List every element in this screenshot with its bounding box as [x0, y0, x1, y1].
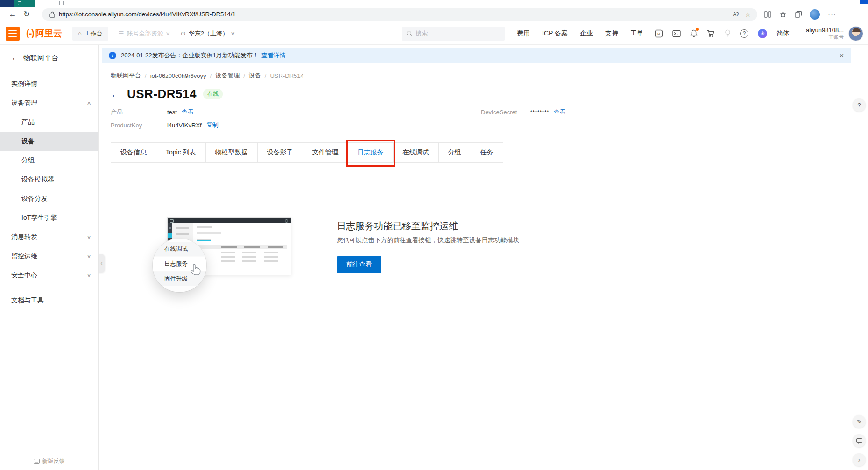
tab-device-shadow[interactable]: 设备影子	[258, 143, 303, 162]
page-back-arrow[interactable]: ←	[111, 89, 120, 99]
moved-notice-desc: 您也可以点击下方的前往查看按钮，快速跳转至设备日志功能模块	[337, 236, 520, 245]
sidebar-item-iot-twin-engine[interactable]: IoT孪生引擎	[0, 208, 98, 227]
breadcrumb: 物联网平台/ iot-06z00c0h9r6voyy/ 设备管理/ 设备/ US…	[111, 71, 868, 80]
browser-refresh-icon[interactable]: ↻	[20, 9, 34, 19]
sidebar-item-device-management[interactable]: 设备管理∧	[0, 93, 98, 112]
productkey-copy-link[interactable]: 复制	[206, 121, 219, 129]
breadcrumb-item[interactable]: 物联网平台	[111, 71, 141, 80]
split-screen-icon[interactable]	[764, 11, 771, 18]
browser-back-icon[interactable]: ←	[6, 10, 20, 19]
user-avatar[interactable]	[848, 26, 863, 41]
tab-fragment-teal	[14, 0, 35, 7]
nav-fee[interactable]: 费用	[517, 29, 530, 38]
breadcrumb-item[interactable]: 设备	[249, 71, 261, 80]
bookmark-star-icon[interactable]: ☆	[745, 11, 751, 18]
sidebar-item-monitoring-ops[interactable]: 监控运维∨	[0, 246, 98, 266]
aliyun-logo[interactable]: (-) 阿里云	[26, 28, 62, 40]
address-bar[interactable]: https://iot.console.aliyun.com/devices/i…	[42, 8, 757, 21]
chevron-down-icon: ∨	[165, 31, 170, 36]
go-view-button[interactable]: 前往查看	[337, 256, 381, 273]
sidebar-title: 物联网平台	[23, 54, 58, 63]
read-aloud-icon[interactable]: Aʔ	[733, 11, 738, 18]
nav-enterprise[interactable]: 企业	[580, 29, 593, 38]
search-input[interactable]	[416, 30, 500, 37]
breadcrumb-item[interactable]: iot-06z00c0h9r6voyy	[150, 72, 206, 79]
accessibility-icon[interactable]: ✳	[758, 29, 767, 38]
list-icon: ☰	[119, 30, 124, 37]
sidebar-item-group[interactable]: 分组	[0, 151, 98, 170]
global-search[interactable]	[402, 27, 505, 41]
account-resources-select[interactable]: ☰ 账号全部资源 ∨	[119, 29, 169, 38]
sidebar-item-instance-detail[interactable]: 实例详情	[0, 74, 98, 93]
tab-device-info[interactable]: 设备信息	[111, 143, 156, 162]
hamburger-menu-icon[interactable]	[6, 27, 20, 41]
tab-task[interactable]: 任务	[471, 143, 503, 162]
notifications-bell-icon[interactable]	[690, 29, 698, 37]
language-toggle[interactable]: 简体	[776, 29, 790, 38]
devicesecret-label: DeviceSecret	[481, 109, 517, 116]
collections-icon[interactable]	[795, 11, 802, 18]
tab-log-service[interactable]: 日志服务	[348, 143, 394, 162]
device-name-title: USR-DR514	[127, 87, 197, 101]
location-pin-icon: ⊙	[181, 30, 186, 37]
product-view-link[interactable]: 查看	[182, 108, 194, 116]
help-icon[interactable]: ?	[740, 29, 748, 38]
api-icon[interactable]: P	[655, 29, 663, 38]
account-type: 主账号	[806, 34, 844, 40]
placeholder-bar	[176, 227, 189, 229]
devicesecret-view-link[interactable]: 查看	[554, 108, 566, 116]
workbench-button[interactable]: ⌂ 工作台	[72, 27, 108, 41]
help-float-button[interactable]: ?	[853, 98, 866, 112]
banner-detail-link[interactable]: 查看详情	[261, 51, 286, 60]
sidebar-item-docs-tools[interactable]: 文档与工具	[0, 291, 98, 310]
tab-online-debug[interactable]: 在线调试	[394, 143, 439, 162]
sidebar-item-security-center[interactable]: 安全中心∨	[0, 266, 98, 285]
chevron-down-icon: ∨	[86, 234, 91, 239]
main-content: i 2024-01-22发布公告：企业版实例1月新功能发布！ 查看详情 ✕ 物联…	[99, 45, 868, 470]
productkey-label: ProductKey	[111, 122, 167, 129]
feedback-icon	[34, 459, 40, 464]
sidebar-back-header[interactable]: ← 物联网平台	[0, 45, 98, 71]
sidebar-item-device[interactable]: 设备	[0, 132, 98, 151]
sidebar-item-product[interactable]: 产品	[0, 112, 98, 132]
account-menu[interactable]: aliyun98108... 主账号	[806, 26, 863, 41]
sidebar-collapse-handle[interactable]: ‹	[99, 254, 105, 273]
sidebar-item-label: 设备分发	[21, 195, 48, 203]
resources-label: 账号全部资源	[127, 29, 163, 38]
url-text[interactable]: https://iot.console.aliyun.com/devices/i…	[59, 11, 733, 18]
region-select[interactable]: ⊙ 华东2（上海） ∨	[181, 29, 234, 38]
nav-icp[interactable]: ICP 备案	[542, 29, 568, 38]
nav-support[interactable]: 支持	[605, 29, 618, 38]
expand-right-button[interactable]: ›	[853, 453, 866, 466]
terminal-icon[interactable]	[672, 30, 681, 37]
tab-file-management[interactable]: 文件管理	[303, 143, 348, 162]
browser-more-icon[interactable]: ···	[828, 10, 836, 18]
sidebar-item-device-simulator[interactable]: 设备模拟器	[0, 170, 98, 189]
tab-thing-model-data[interactable]: 物模型数据	[206, 143, 258, 162]
tab-topic-list[interactable]: Topic 列表	[156, 143, 206, 162]
chevron-down-icon: ∨	[86, 273, 91, 278]
feedback-chat-button[interactable]	[853, 434, 866, 447]
lightbulb-icon[interactable]	[725, 29, 731, 37]
aliyun-logo-text: 阿里云	[35, 28, 62, 40]
breadcrumb-item[interactable]: 设备管理	[215, 71, 240, 80]
edit-float-button[interactable]: ✎	[853, 415, 866, 428]
sidebar-item-label: 产品	[21, 118, 35, 126]
sidebar-item-label: 文档与工具	[11, 296, 44, 305]
tab-group[interactable]: 分组	[439, 143, 471, 162]
chat-bubble-icon	[856, 438, 862, 443]
browser-profile-avatar[interactable]	[810, 9, 820, 20]
sidebar-item-label: 实例详情	[11, 80, 37, 88]
close-icon[interactable]: ✕	[839, 52, 844, 59]
sidebar-item-device-distribution[interactable]: 设备分发	[0, 189, 98, 208]
browser-tabstrip	[0, 0, 868, 7]
favorites-icon[interactable]	[779, 11, 787, 18]
feedback-button[interactable]: 新版反馈	[0, 457, 98, 465]
tabbar-icon	[48, 1, 52, 5]
online-status-badge: 在线	[203, 89, 223, 99]
cart-icon[interactable]	[707, 30, 715, 37]
sidebar-item-label: 安全中心	[11, 271, 37, 280]
mock-titlebar	[168, 218, 291, 223]
nav-ticket[interactable]: 工单	[630, 29, 643, 38]
sidebar-item-message-forwarding[interactable]: 消息转发∨	[0, 227, 98, 246]
